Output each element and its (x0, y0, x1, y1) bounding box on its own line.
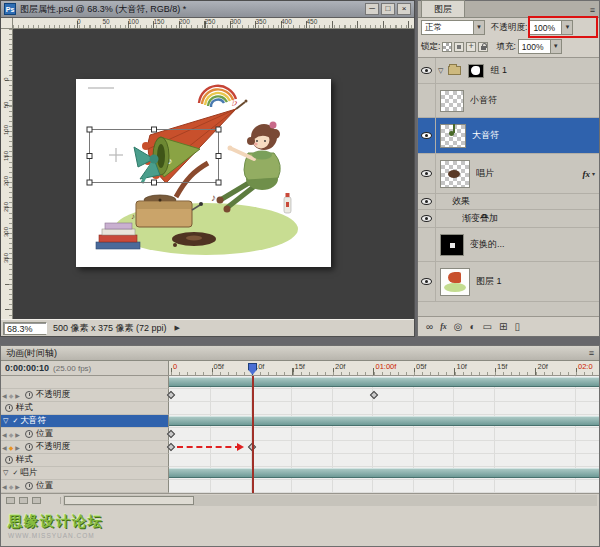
layer-row[interactable]: ▽组 1 (418, 58, 599, 84)
layer-name[interactable]: 变换的... (470, 238, 505, 251)
lock-position-icon[interactable] (466, 42, 476, 52)
status-arrow-icon[interactable]: ▶ (175, 324, 180, 332)
mask-icon[interactable]: ◎ (454, 322, 463, 332)
scrollbar-thumb[interactable] (64, 496, 194, 505)
timeline-ruler[interactable]: 005f10f15f20f01:00f05f10f15f20f02:0 (169, 361, 599, 375)
layer-name[interactable]: 大音符 (472, 129, 499, 142)
track-label[interactable]: ◀◆▶位置 (1, 428, 169, 441)
timeline-zoom-slider[interactable] (19, 497, 28, 504)
chevron-down-icon[interactable]: ▾ (592, 170, 595, 177)
keyframe-diamond[interactable] (167, 443, 175, 451)
fill-select[interactable]: 100% ▼ (518, 39, 562, 54)
layer-row[interactable]: 效果 (418, 194, 599, 210)
eye-toggle-empty[interactable] (418, 228, 436, 261)
link-icon[interactable]: ∞ (426, 322, 433, 332)
horizontal-scrollbar[interactable] (63, 495, 597, 506)
add-keyframe-icon[interactable]: ◆ (9, 431, 14, 438)
opacity-select[interactable]: 100% ▼ (529, 20, 573, 35)
eye-icon[interactable] (418, 194, 436, 209)
lock-pixels-icon[interactable] (454, 42, 464, 52)
track-name[interactable]: 样式 (16, 402, 33, 414)
track-label[interactable]: 样式 (1, 454, 169, 467)
fx-icon[interactable]: fx (440, 323, 447, 331)
layer-name[interactable]: 渐变叠加 (462, 212, 498, 225)
tab-layers[interactable]: 图层 (421, 0, 465, 17)
duration-bar[interactable] (169, 468, 599, 478)
panel-menu-icon[interactable]: ≡ (589, 348, 594, 358)
track-lane[interactable] (169, 376, 599, 389)
expand-triangle-icon[interactable]: ▽ (3, 417, 8, 425)
next-keyframe-icon[interactable]: ▶ (15, 444, 20, 451)
timeline-zoom-out-icon[interactable] (6, 497, 15, 504)
current-time-line[interactable] (252, 376, 254, 493)
track-name[interactable]: 唱片 (20, 467, 37, 479)
track-label[interactable]: ◀◆▶位置 (1, 480, 169, 493)
layer-row[interactable]: 渐变叠加 (418, 210, 599, 228)
chevron-down-icon[interactable]: ▼ (561, 21, 572, 34)
keyframe-diamond[interactable] (167, 430, 175, 438)
stopwatch-icon[interactable] (5, 456, 13, 464)
stopwatch-icon[interactable] (5, 404, 13, 412)
eye-icon[interactable] (418, 154, 436, 193)
keyframe-diamond[interactable] (369, 391, 377, 399)
track-name[interactable]: 样式 (16, 454, 33, 466)
minimize-button[interactable]: ─ (365, 3, 379, 15)
layer-name[interactable]: 唱片 (476, 167, 494, 180)
next-keyframe-icon[interactable]: ▶ (15, 392, 20, 399)
duration-bar[interactable] (169, 377, 599, 387)
track-lane[interactable] (169, 480, 599, 493)
zoom-level-input[interactable]: 68.3% (3, 322, 47, 335)
track-lane[interactable] (169, 428, 599, 441)
expand-triangle-icon[interactable]: ▽ (438, 67, 443, 75)
track-name[interactable]: 大音符 (20, 415, 46, 427)
eye-icon[interactable] (418, 210, 436, 227)
new-layer-icon[interactable]: ⊞ (499, 322, 507, 332)
layer-name[interactable]: 图层 1 (476, 275, 502, 288)
eye-icon[interactable] (418, 118, 436, 153)
track-lane[interactable] (169, 389, 599, 402)
adjust-icon[interactable]: ◐ (470, 322, 476, 332)
eye-toggle-empty[interactable] (418, 84, 436, 117)
add-keyframe-icon[interactable]: ◆ (9, 392, 14, 399)
close-button[interactable]: × (397, 3, 411, 15)
blend-mode-select[interactable]: 正常 ▼ (421, 20, 485, 35)
document-titlebar[interactable]: Ps 图层属性.psd @ 68.3% (大音符, RGB/8) * ─ □ × (1, 1, 414, 18)
timeline-zoom-in-icon[interactable] (32, 497, 41, 504)
layer-row[interactable]: 小音符 (418, 84, 599, 118)
track-label[interactable]: ▽✓唱片 (1, 467, 169, 480)
track-lane[interactable] (169, 454, 599, 467)
current-time-value[interactable]: 0:00:00:10 (5, 363, 49, 373)
maximize-button[interactable]: □ (381, 3, 395, 15)
layer-thumbnail[interactable] (440, 90, 464, 112)
keyframe-diamond[interactable] (167, 391, 175, 399)
prev-keyframe-icon[interactable]: ◀ (2, 483, 7, 490)
next-keyframe-icon[interactable]: ▶ (15, 483, 20, 490)
layer-thumbnail[interactable] (468, 64, 484, 78)
add-keyframe-icon[interactable]: ◆ (9, 483, 14, 490)
layer-row[interactable]: 变换的... (418, 228, 599, 262)
lock-transparent-icon[interactable] (442, 42, 452, 52)
enabled-check-icon[interactable]: ✓ (12, 469, 18, 477)
track-name[interactable]: 位置 (36, 480, 53, 492)
stopwatch-icon[interactable] (25, 443, 33, 451)
chevron-down-icon[interactable]: ▼ (550, 40, 561, 53)
track-name[interactable]: 不透明度 (36, 389, 70, 401)
layer-row[interactable]: 唱片fx▾ (418, 154, 599, 194)
enabled-check-icon[interactable]: ✓ (12, 417, 18, 425)
artboard[interactable]: ♪ (76, 79, 331, 267)
chevron-down-icon[interactable]: ▼ (473, 21, 484, 34)
panel-menu-icon[interactable]: ≡ (590, 5, 595, 15)
stopwatch-icon[interactable] (25, 482, 33, 490)
next-keyframe-icon[interactable]: ▶ (15, 431, 20, 438)
layer-thumbnail[interactable] (440, 234, 464, 256)
track-label[interactable] (1, 376, 169, 389)
track-label[interactable]: 样式 (1, 402, 169, 415)
track-lane[interactable] (169, 441, 599, 454)
layer-name[interactable]: 小音符 (470, 94, 497, 107)
layer-name[interactable]: 组 1 (490, 64, 507, 77)
track-label[interactable]: ▽✓大音符 (1, 415, 169, 428)
track-name[interactable]: 位置 (36, 428, 53, 440)
layer-thumbnail[interactable] (440, 268, 470, 296)
layer-thumbnail[interactable] (440, 124, 466, 148)
stopwatch-icon[interactable] (25, 430, 33, 438)
